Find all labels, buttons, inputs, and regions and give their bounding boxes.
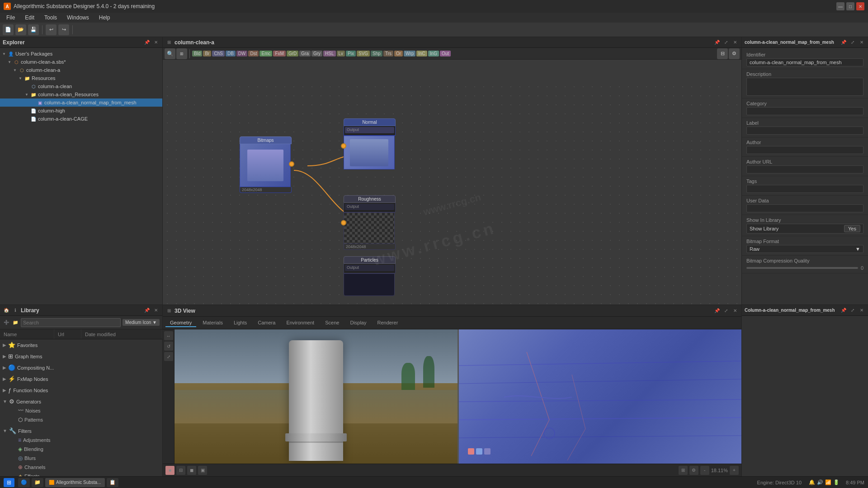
- lib-pin[interactable]: 📌: [143, 307, 151, 314]
- tree-resources-folder[interactable]: ▼ 📁 column-a-clean_Resources: [0, 90, 162, 99]
- type-bld[interactable]: Bld: [192, 51, 202, 56]
- explorer-pin[interactable]: 📌: [143, 39, 151, 46]
- lib-favorites-header[interactable]: ▶ ⭐ Favorites: [0, 340, 162, 350]
- type-wrp[interactable]: Wrp: [404, 51, 415, 56]
- type-or[interactable]: Or: [394, 51, 403, 56]
- view-mode-btn[interactable]: ▣: [198, 466, 207, 475]
- type-pix[interactable]: Pix: [346, 51, 356, 56]
- roughness-node[interactable]: Roughness Output 2048x2048: [344, 195, 396, 250]
- maximize-button[interactable]: □: [846, 2, 854, 10]
- type-br[interactable]: Br: [203, 51, 211, 56]
- 3d-pin[interactable]: 📌: [713, 307, 721, 314]
- type-inc[interactable]: InC: [416, 51, 427, 56]
- lib-blending[interactable]: ◈ Blending: [0, 445, 162, 454]
- mesh-node[interactable]: Particles Output: [344, 256, 396, 296]
- tab-materials[interactable]: Materials: [198, 319, 227, 327]
- tree-normal-map-node[interactable]: ▣ column-a-clean_normal_map_from_mesh: [0, 99, 162, 107]
- lib-noises[interactable]: 〰 Noises: [0, 406, 162, 415]
- lib-nav-icon[interactable]: 🏠: [3, 307, 10, 314]
- lib-patterns[interactable]: ⬡ Patterns: [0, 415, 162, 424]
- tab-environment[interactable]: Environment: [282, 319, 319, 327]
- close-button[interactable]: ✕: [856, 2, 864, 10]
- lib-folder[interactable]: 📁: [12, 319, 19, 326]
- taskbar-start[interactable]: ⊞: [4, 478, 14, 487]
- 3d-rotate[interactable]: ↺: [164, 342, 173, 351]
- view-zoom-in[interactable]: +: [730, 466, 739, 475]
- type-hsl[interactable]: HSL: [323, 51, 335, 56]
- type-db[interactable]: DB: [226, 51, 236, 56]
- tab-camera[interactable]: Camera: [253, 319, 280, 327]
- lib-fxmap-header[interactable]: ▶ ⚡ FxMap Nodes: [0, 374, 162, 384]
- type-dw[interactable]: DW: [236, 51, 248, 56]
- tab-lights[interactable]: Lights: [229, 319, 251, 327]
- type-out[interactable]: Out: [440, 51, 451, 56]
- type-gra[interactable]: Gra: [299, 51, 311, 56]
- view-shaded-btn[interactable]: ◼: [187, 466, 196, 475]
- new-btn[interactable]: 📄: [3, 24, 14, 35]
- tree-sbs-file[interactable]: ▼ ⬡ column-clean-a.sbs*: [0, 58, 162, 66]
- lib-compositing-header[interactable]: ▶ 🔵 Compositing N...: [0, 363, 162, 372]
- tree-column-clean[interactable]: ▼ ⬡ column-clean-a: [0, 66, 162, 74]
- taskbar-app-substance[interactable]: 🟧 Allegorithmic Substa...: [45, 478, 105, 487]
- view-settings-btn[interactable]: ⚙: [689, 466, 698, 475]
- lib-effects[interactable]: ✦ Effects: [0, 472, 162, 476]
- type-ing[interactable]: InG: [428, 51, 439, 56]
- type-shp[interactable]: Shp: [371, 51, 382, 56]
- undo-btn[interactable]: ↩: [46, 24, 57, 35]
- lib-channels[interactable]: ⊕ Channels: [0, 463, 162, 472]
- type-grd[interactable]: GrD: [287, 51, 298, 56]
- 3d-scene-view[interactable]: [175, 329, 458, 464]
- type-fxm[interactable]: FxM: [273, 51, 285, 56]
- graph-pin[interactable]: 📌: [713, 39, 721, 46]
- view-zoom-out[interactable]: -: [700, 466, 709, 475]
- tab-scene[interactable]: Scene: [321, 319, 344, 327]
- type-trs[interactable]: Trs: [383, 51, 393, 56]
- type-chs[interactable]: ChS: [212, 51, 224, 56]
- zoom-in[interactable]: 🔍: [165, 48, 175, 59]
- tree-column-a-clean[interactable]: ⬡ column-a-clean: [0, 82, 162, 90]
- view-wireframe-btn[interactable]: ⊟: [176, 466, 185, 475]
- minimize-button[interactable]: —: [836, 2, 844, 10]
- menu-windows[interactable]: Windows: [62, 14, 94, 22]
- graph-view-toggle[interactable]: ⊟: [717, 48, 728, 59]
- prop-pin[interactable]: 📌: [840, 39, 847, 46]
- 3d-move[interactable]: ↔: [164, 331, 173, 340]
- tree-column-cage[interactable]: 📄 column-a-clean-CAGE: [0, 115, 162, 123]
- lib-generators-header[interactable]: ▼ ⚙ Generators: [0, 397, 162, 406]
- 3d-expand[interactable]: ⤢: [722, 307, 730, 314]
- graph-close[interactable]: ✕: [731, 39, 739, 46]
- col-prop-expand[interactable]: ⤢: [849, 307, 856, 314]
- lib-filters-header[interactable]: ▼ 🔧 Filters: [0, 426, 162, 436]
- view-fit[interactable]: ⊞: [679, 466, 688, 475]
- bitmaps-node[interactable]: Bitmaps 2048x2048: [240, 136, 292, 193]
- lib-info[interactable]: ℹ: [12, 307, 19, 314]
- lib-view-mode[interactable]: Medium Icon ▼: [123, 319, 160, 326]
- tab-display[interactable]: Display: [345, 319, 371, 327]
- type-emc[interactable]: Emc: [259, 51, 272, 56]
- save-btn[interactable]: 💾: [28, 24, 39, 35]
- graph-settings[interactable]: ⚙: [729, 48, 740, 59]
- tree-resources[interactable]: ▼ 📁 Resources: [0, 74, 162, 82]
- type-lv[interactable]: Lv: [337, 51, 345, 56]
- normal-output-node[interactable]: Normal Output: [344, 118, 396, 169]
- graph-expand[interactable]: ⤢: [722, 39, 730, 46]
- normal-map-view[interactable]: [459, 329, 742, 464]
- prop-close[interactable]: ✕: [858, 39, 865, 46]
- lib-add[interactable]: ➕: [3, 319, 10, 326]
- library-search[interactable]: [21, 318, 121, 327]
- 3d-scale[interactable]: ⤢: [164, 352, 173, 361]
- tab-geometry[interactable]: Geometry: [165, 319, 196, 327]
- explorer-close[interactable]: ✕: [152, 39, 160, 46]
- menu-help[interactable]: Help: [94, 14, 115, 22]
- col-prop-pin[interactable]: 📌: [840, 307, 847, 314]
- tree-column-high[interactable]: 📄 column-high: [0, 107, 162, 115]
- type-gry[interactable]: Gry: [311, 51, 322, 56]
- open-btn[interactable]: 📂: [15, 24, 26, 35]
- tab-renderer[interactable]: Renderer: [373, 319, 402, 327]
- view-color-btn[interactable]: ■: [165, 466, 175, 475]
- lib-adjustments[interactable]: ≡ Adjustments: [0, 436, 162, 445]
- lib-blurs[interactable]: ◎ Blurs: [0, 454, 162, 463]
- fit-view[interactable]: ⊞: [176, 48, 187, 59]
- lib-graph-items-header[interactable]: ▶ ⊞ Graph Items: [0, 352, 162, 361]
- type-svg[interactable]: SVG: [357, 51, 370, 56]
